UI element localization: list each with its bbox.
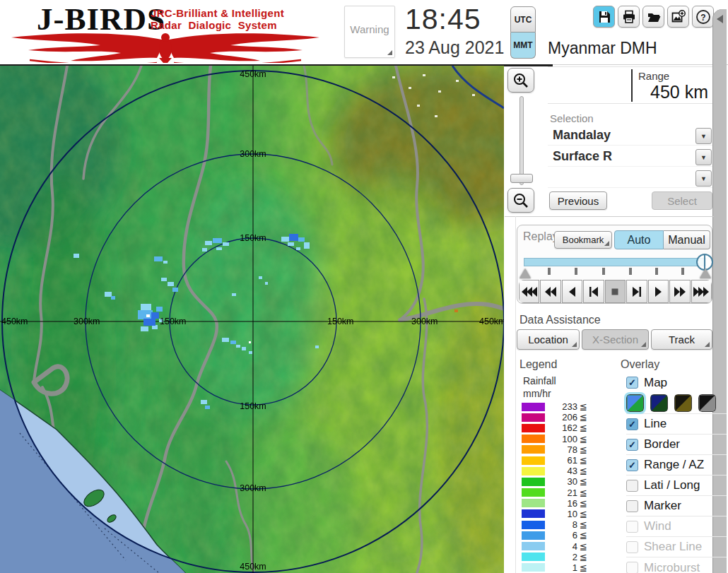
legend-row: 162≦ [522,423,599,433]
timeline-start-marker[interactable] [519,268,531,278]
track-button[interactable]: Track [651,329,712,350]
print-icon [622,10,636,24]
manual-mode-button[interactable]: Manual [664,230,710,249]
timeline-tick [681,268,684,275]
mmt-button[interactable]: MMT [510,33,536,59]
timeline-end-marker[interactable] [700,268,711,278]
map-style-row [626,392,727,414]
range-value: 450 km [650,82,708,102]
eagle-logo-icon [6,32,325,63]
warning-button[interactable]: Warning [344,6,395,58]
panel-divider [553,64,728,65]
legend-swatch [522,542,545,550]
line-checkbox[interactable] [626,418,638,430]
overlay-row-lati-long[interactable]: Lati / Long [626,475,727,496]
legend-swatch [522,445,545,454]
overlay-label: Overlay [621,358,659,371]
site-dropdown-button[interactable]: ▼ [695,128,712,144]
legend-row: 233≦ [522,401,599,412]
ring-label-450-top: 450km [240,69,266,79]
timezone-toggle: UTC MMT [510,6,536,59]
site-dropdown[interactable]: Mandalay ▼ [548,126,712,146]
legend-swatch [522,499,545,507]
help-button[interactable]: ? [692,6,714,28]
ring-label-300-left: 300km [74,317,100,326]
play-reverse-button[interactable] [562,280,582,303]
legend-row: 206≦ [522,412,599,423]
overlay-row-range-az[interactable]: Range / AZ [626,455,727,475]
stop-button[interactable] [605,280,626,303]
snapshot-button[interactable] [667,6,689,28]
bookmark-button[interactable]: Bookmark [554,231,612,249]
legend-unit-line2: mm/hr [523,388,551,399]
product-dropdown-button[interactable]: ▼ [695,149,712,165]
range-az-checkbox[interactable] [626,459,638,471]
clock-time: 18:45 [405,3,481,36]
option-dropdown-button[interactable]: ▼ [695,170,712,187]
overlay-row-map[interactable]: Map [626,373,727,392]
utc-button[interactable]: UTC [510,6,536,33]
step-forward-button[interactable] [626,280,647,303]
xsection-button[interactable]: X-Section [582,329,649,350]
legend-swatch [522,478,545,486]
map-checkbox[interactable] [626,377,638,389]
fastest-forward-icon [693,286,710,297]
location-button[interactable]: Location [517,329,580,350]
shear-line-checkbox [626,541,638,553]
map-style-terrain[interactable] [626,394,644,412]
ring-label-450-left: 450km [1,317,28,326]
overlay-row-marker[interactable]: Marker [626,496,727,516]
ring-label-300-bottom: 300km [240,483,266,493]
step-forward-icon [628,286,645,297]
legend-row: 30≦ [522,476,599,487]
fast-forward-button[interactable] [669,280,690,303]
step-back-button[interactable] [583,280,604,303]
border-checkbox[interactable] [626,439,638,451]
select-button[interactable]: Select [652,191,712,210]
legend-label: Legend [519,358,557,371]
legend-row: 1≦ [522,562,599,573]
legend-row: 4≦ [522,540,599,551]
legend-swatch [522,456,545,465]
map-style-gray[interactable] [698,394,716,412]
option-dropdown[interactable]: ▼ [548,169,712,188]
legend-swatch [522,488,545,497]
legend-swatch [522,403,545,411]
lati-long-checkbox[interactable] [626,480,638,492]
overlay-row-wind: Wind [626,516,727,537]
map-style-olive[interactable] [674,394,692,412]
zoom-in-button[interactable] [507,68,534,93]
replay-panel: Replay Bookmark Auto Manual [517,225,712,304]
replay-timeline-track[interactable] [524,258,706,266]
open-file-button[interactable] [642,6,664,28]
marker-checkbox[interactable] [626,500,638,512]
overlay-row-line[interactable]: Line [626,414,727,435]
auto-mode-button[interactable]: Auto [614,230,664,249]
fastest-forward-button[interactable] [691,280,712,303]
ring-label-150-left: 150km [160,317,187,326]
zoom-slider-track[interactable] [519,96,524,185]
save-button[interactable] [593,6,615,28]
product-dropdown-value: Surface R [553,149,612,164]
replay-label: Replay [523,230,558,243]
legend-row: 16≦ [522,498,599,509]
legend-row: 21≦ [522,488,599,498]
zoom-out-button[interactable] [507,188,534,213]
rewind-button[interactable] [540,280,560,303]
fast-rewind-button[interactable] [519,280,539,303]
previous-button[interactable]: Previous [549,191,607,210]
legend-swatch [522,553,545,561]
zoom-slider-handle[interactable] [510,174,533,183]
radar-map[interactable]: 450km 300km 150km 150km 300km 450km 450k… [0,66,504,573]
help-icon: ? [695,9,711,25]
legend-swatch [522,467,545,475]
play-button[interactable] [648,280,669,303]
print-button[interactable] [618,6,640,28]
svg-text:?: ? [700,12,705,22]
overlay-row-border[interactable]: Border [626,435,727,455]
map-style-dark[interactable] [650,394,668,412]
jbirds-application: J-BIRDS JRC-Brilliant & Intelligent Rada… [0,0,728,573]
product-dropdown[interactable]: Surface R ▼ [548,148,712,167]
fast-rewind-icon [521,286,538,297]
panel-left-border [515,216,516,573]
